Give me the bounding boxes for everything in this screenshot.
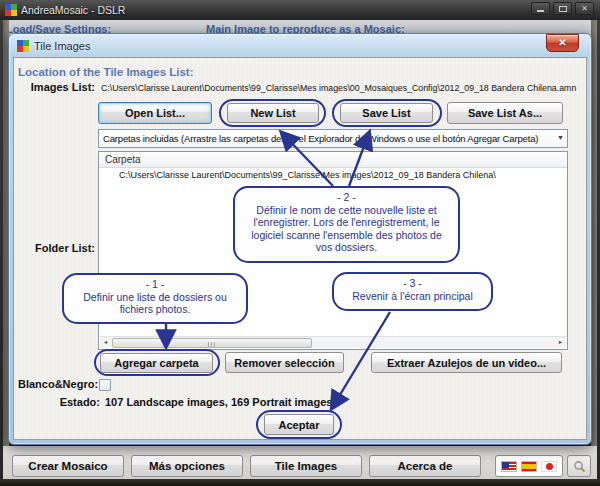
folder-list-row[interactable]: C:\Users\Clarisse Laurent\Documents\99_C… <box>99 170 567 183</box>
close-icon: ✕ <box>581 4 588 13</box>
tile-images-button[interactable]: Tile Images <box>250 455 362 477</box>
search-button[interactable] <box>567 455 591 477</box>
horizontal-scrollbar[interactable]: ◄ ► <box>100 336 566 348</box>
callout-3-number: - 3 - <box>342 277 483 290</box>
blanco-negro-label: Blanco&Negro: <box>18 378 95 390</box>
close-button[interactable]: ✕ <box>575 2 594 15</box>
annotation-oval-agregar-carpeta <box>94 349 220 376</box>
images-list-label: Images List: <box>18 81 95 93</box>
maximize-icon <box>559 6 567 12</box>
window-bottom-edge <box>0 479 600 486</box>
close-icon: ✕ <box>558 37 566 48</box>
dropdown-selected-value: Carpetas incluidas (Arrastre las carpeta… <box>103 133 538 144</box>
folder-mode-dropdown[interactable]: Carpetas incluidas (Arrastre las carpeta… <box>98 129 568 148</box>
estado-label: Estado: <box>18 396 100 408</box>
remover-seleccion-button[interactable]: Remover selección <box>225 352 344 373</box>
callout-2-number: - 2 - <box>243 191 450 204</box>
chevron-down-icon: ▼ <box>557 134 564 141</box>
main-window-title: AndreaMosaic - DSLR <box>21 4 125 16</box>
minimize-button[interactable] <box>531 2 550 15</box>
crear-mosaico-button[interactable]: Crear Mosaico <box>12 455 124 477</box>
dialog-titlebar: Tile Images <box>12 36 588 56</box>
scroll-right-icon[interactable]: ► <box>555 337 566 348</box>
scrollbar-grip <box>208 342 215 347</box>
callout-2-text: Définir le nom de cette nouvelle liste e… <box>243 204 450 254</box>
folder-list-label: Folder List: <box>18 242 95 254</box>
images-list-path: C:\Users\Clarisse Laurent\Documents\99_C… <box>101 83 576 93</box>
main-window-titlebar: AndreaMosaic - DSLR ✕ <box>0 0 600 20</box>
section-header: Location of the Tile Images List: <box>18 66 194 78</box>
maximize-button[interactable] <box>553 2 572 15</box>
flag-us-icon <box>501 461 517 472</box>
callout-1-number: - 1 - <box>72 278 238 291</box>
flag-japan-icon <box>541 461 557 472</box>
magnifier-icon <box>573 460 586 473</box>
callout-3-text: Revenir à l'écran principal <box>342 290 483 303</box>
scrollbar-thumb[interactable] <box>112 338 312 348</box>
annotation-oval-aceptar <box>256 410 342 439</box>
minimize-icon <box>537 10 544 12</box>
mas-opciones-button[interactable]: Más opciones <box>131 455 243 477</box>
save-list-as-button[interactable]: Save List As... <box>447 102 563 124</box>
extraer-azulejos-button[interactable]: Extraer Azulejos de un video... <box>371 352 562 373</box>
dialog-mosaic-icon <box>17 40 29 52</box>
scroll-left-icon[interactable]: ◄ <box>100 337 111 348</box>
callout-1: - 1 - Definir une liste de dossiers ou f… <box>62 273 248 324</box>
annotation-oval-save-list <box>332 99 442 127</box>
estado-value: 107 Landscape images, 169 Portrait image… <box>105 396 336 408</box>
dialog-close-button[interactable]: ✕ <box>546 34 579 52</box>
andreamosaic-logo-icon <box>5 4 17 16</box>
language-selector-button[interactable] <box>495 455 563 477</box>
dialog-title: Tile Images <box>34 40 90 52</box>
callout-3: - 3 - Revenir à l'écran principal <box>332 272 493 311</box>
annotation-oval-new-list <box>219 99 326 127</box>
flag-spain-icon <box>521 461 537 472</box>
column-header-carpeta[interactable]: Carpeta <box>99 152 567 168</box>
acerca-de-button[interactable]: Acerca de <box>369 455 481 477</box>
blanco-negro-checkbox[interactable] <box>99 379 111 391</box>
open-list-button[interactable]: Open List... <box>98 102 212 124</box>
callout-2: - 2 - Définir le nom de cette nouvelle l… <box>233 186 460 263</box>
callout-1-text: Definir une liste de dossiers ou fichier… <box>72 291 238 316</box>
